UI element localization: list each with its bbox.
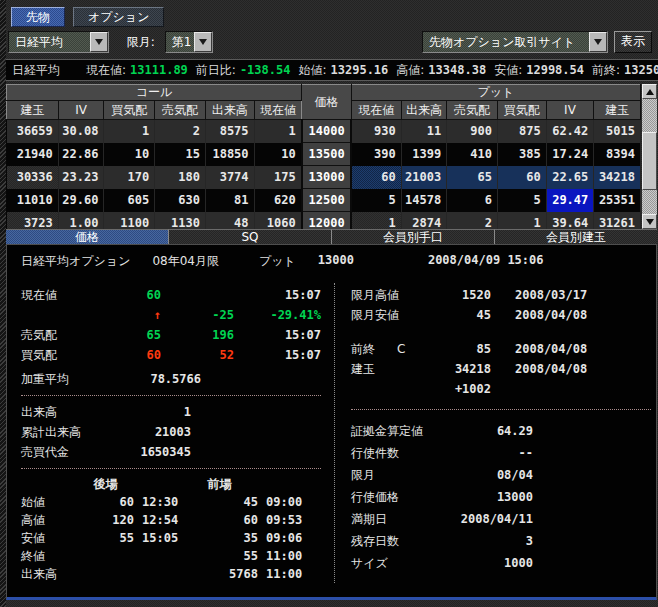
- call-oi[interactable]: 30336: [7, 166, 59, 189]
- put-iv-selected-cell[interactable]: 29.47: [546, 189, 594, 212]
- put-iv[interactable]: 17.24: [546, 143, 594, 166]
- put-last[interactable]: 930: [351, 120, 401, 143]
- put-ask[interactable]: 65: [447, 166, 498, 189]
- prevclose-label: 前終:: [592, 62, 620, 79]
- pm-high: 120: [77, 511, 134, 529]
- days-remaining-label: 残存日数: [351, 530, 455, 552]
- put-bid[interactable]: 60: [497, 166, 546, 189]
- call-bid[interactable]: 605: [104, 189, 155, 212]
- dropdown-arrow-icon[interactable]: [194, 32, 212, 52]
- call-oi[interactable]: 36659: [7, 120, 59, 143]
- call-ask[interactable]: 180: [155, 166, 206, 189]
- put-vol[interactable]: 1399: [401, 143, 447, 166]
- call-last[interactable]: 620: [254, 189, 302, 212]
- option-chain: コール 価格 プット 建玉 IV 買気配 売気配 出来高 現在値 現在値 出来高…: [6, 84, 657, 229]
- put-oi[interactable]: 8394: [594, 143, 641, 166]
- put-bid[interactable]: 5: [497, 189, 546, 212]
- scroll-up-icon[interactable]: [642, 84, 657, 99]
- put-last[interactable]: 5: [351, 189, 401, 212]
- tab-futures[interactable]: 先物: [11, 7, 65, 27]
- ask-time: 15:07: [234, 325, 321, 345]
- tab-options[interactable]: オプション: [73, 7, 164, 27]
- tab-firm-oi[interactable]: 会員別建玉: [494, 229, 657, 244]
- tab-sq[interactable]: SQ: [168, 229, 331, 244]
- strike-cell[interactable]: 13000: [302, 166, 352, 189]
- call-last[interactable]: 1: [254, 120, 302, 143]
- contract-month-value: 第1: [166, 34, 194, 51]
- put-vol[interactable]: 21003: [401, 166, 447, 189]
- call-last[interactable]: 175: [254, 166, 302, 189]
- call-ask-header: 売気配: [155, 101, 206, 120]
- call-ask[interactable]: 15: [155, 143, 206, 166]
- scrollbar-thumb[interactable]: [642, 132, 657, 190]
- cum-volume-label: 累計出来高: [21, 422, 116, 442]
- price-detail-panel: 日経平均オプション 08年04月限 プット 13000 2008/04/09 1…: [6, 244, 657, 600]
- last-label: 現在値: [21, 285, 111, 305]
- dropdown-arrow-icon[interactable]: [90, 32, 108, 52]
- chain-scrollbar[interactable]: [642, 84, 657, 229]
- call-oi[interactable]: 21940: [7, 143, 59, 166]
- strike-cell[interactable]: 12500: [302, 189, 352, 212]
- contract-month-select[interactable]: 第1: [165, 31, 213, 53]
- strike-cell[interactable]: 13500: [302, 143, 352, 166]
- exercise-count-value: --: [455, 442, 533, 464]
- index-name: 日経平均: [12, 62, 60, 79]
- put-last[interactable]: 60: [351, 166, 401, 189]
- strike-value: 13000: [455, 486, 533, 508]
- margin-calc-label: 証拠金算定値: [351, 420, 455, 442]
- call-vol[interactable]: 81: [205, 189, 254, 212]
- call-bid[interactable]: 1: [104, 120, 155, 143]
- option-change-pct: -29.41%: [234, 305, 321, 325]
- call-bid[interactable]: 10: [104, 143, 155, 166]
- put-oi[interactable]: 34218: [594, 166, 641, 189]
- put-group-header: プット: [351, 85, 640, 101]
- volume-label: 出来高: [21, 402, 116, 422]
- separator: [21, 395, 321, 396]
- open-interest-change: +1002: [447, 379, 491, 399]
- put-oi[interactable]: 25351: [594, 189, 641, 212]
- call-vol[interactable]: 18850: [205, 143, 254, 166]
- scroll-down-icon[interactable]: [642, 214, 657, 229]
- call-vol[interactable]: 8575: [205, 120, 254, 143]
- contract-month: 08年04月限: [152, 253, 219, 270]
- call-last[interactable]: 10: [254, 143, 302, 166]
- site-select[interactable]: 先物オプション取引サイト: [422, 31, 608, 53]
- put-ask[interactable]: 900: [447, 120, 498, 143]
- tab-price[interactable]: 価格: [6, 229, 168, 244]
- call-ask[interactable]: 630: [155, 189, 206, 212]
- tab-firm-trades[interactable]: 会員別手口: [331, 229, 494, 244]
- underlying-select[interactable]: 日経平均: [8, 31, 109, 53]
- site-select-value: 先物オプション取引サイト: [423, 34, 589, 51]
- index-quote-bar: 日経平均 現在値: 13111.89 前日比: -138.54 始値: 1329…: [6, 59, 658, 81]
- put-vol[interactable]: 14578: [401, 189, 447, 212]
- put-bid[interactable]: 875: [497, 120, 546, 143]
- put-vol[interactable]: 11: [401, 120, 447, 143]
- call-iv[interactable]: 22.86: [58, 143, 104, 166]
- put-ask[interactable]: 6: [447, 189, 498, 212]
- call-oi[interactable]: 11010: [7, 189, 59, 212]
- dropdown-arrow-icon[interactable]: [589, 32, 607, 52]
- put-bid[interactable]: 385: [497, 143, 546, 166]
- bid-label: 買気配: [21, 345, 111, 365]
- put-bid-header: 買気配: [497, 101, 546, 120]
- call-vol[interactable]: 3774: [205, 166, 254, 189]
- cum-volume-value: 21003: [116, 422, 191, 442]
- strike-cell[interactable]: 14000: [302, 120, 352, 143]
- prev-close-label: 前終C: [351, 339, 447, 359]
- put-iv[interactable]: 22.65: [546, 166, 594, 189]
- put-oi[interactable]: 5015: [594, 120, 641, 143]
- call-iv[interactable]: 29.60: [58, 189, 104, 212]
- index-change: -138.54: [240, 63, 291, 77]
- put-iv[interactable]: 62.42: [546, 120, 594, 143]
- put-ask[interactable]: 410: [447, 143, 498, 166]
- call-bid[interactable]: 170: [104, 166, 155, 189]
- call-iv[interactable]: 30.08: [58, 120, 104, 143]
- chain-row-12500: 11010 29.60 605 630 81 620 12500 5 14578…: [7, 189, 641, 212]
- days-remaining-value: 3: [455, 530, 533, 552]
- show-button[interactable]: 表示: [614, 31, 652, 53]
- put-last[interactable]: 390: [351, 143, 401, 166]
- call-ask[interactable]: 2: [155, 120, 206, 143]
- index-low: 12998.54: [526, 63, 584, 77]
- am-volume-time: 11:00: [258, 565, 305, 583]
- call-iv[interactable]: 23.23: [58, 166, 104, 189]
